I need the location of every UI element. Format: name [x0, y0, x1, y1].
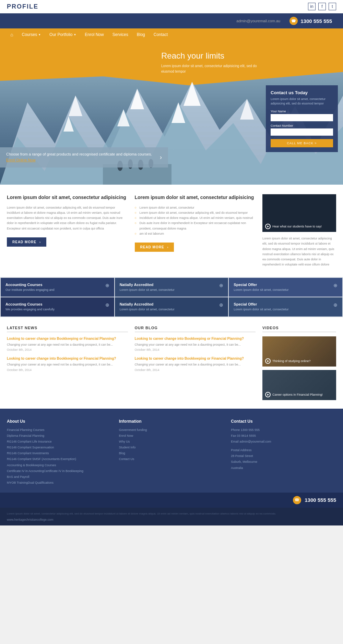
- nav-home[interactable]: ⌂: [7, 28, 16, 41]
- news-link-1[interactable]: Looking to career change into Bookkeepin…: [7, 336, 128, 341]
- footer-link[interactable]: Why Us: [119, 439, 224, 445]
- footer-copyright: Lorem ipsum dolor sit amet, consectetur …: [7, 512, 336, 516]
- footer-about: About Us Financial Planning Courses Dipl…: [7, 419, 112, 486]
- facebook-icon[interactable]: f: [318, 3, 326, 10]
- blog-link-2[interactable]: Looking to career change into Bookkeepin…: [135, 356, 256, 361]
- footer-contact-title: Contact Us: [231, 419, 336, 424]
- footer-link[interactable]: BAS and Payroll: [7, 474, 112, 480]
- footer-phone-number: 1300 555 555: [305, 497, 336, 503]
- hero-title: Reach your limits: [161, 51, 257, 61]
- search-icon: ⊕: [219, 283, 223, 288]
- blog-desc-1: Changing your career at any age need not…: [135, 343, 256, 347]
- play-button[interactable]: ▶: [265, 224, 271, 229]
- footer-phone: Phone 1300 555 555: [231, 427, 336, 433]
- feature-desc: Lorem ipsum dolor sit amet, consectetur: [234, 288, 288, 292]
- blog-desc-2: Changing your career at any age need not…: [135, 362, 256, 367]
- email-address: admin@youremail.com.au: [7, 19, 285, 23]
- blog-link-1[interactable]: Looking to career change into Bookkeepin…: [135, 336, 256, 341]
- footer-link[interactable]: RG146 Compliant Investments: [7, 450, 112, 456]
- footer-street: 28 Postal Street: [231, 453, 336, 459]
- blog-heading: OUR BLOG: [135, 326, 256, 332]
- footer-information: Information Government funding Enrol Now…: [119, 419, 224, 486]
- feature-item[interactable]: Natially Accredited Lorem ipsum dolor si…: [115, 297, 228, 317]
- news-item-1: Looking to career change into Bookkeepin…: [7, 336, 128, 352]
- search-icon: ⊕: [333, 302, 338, 308]
- social-icons: in f t: [308, 3, 336, 10]
- content-col3-body: Lorem ipsum dolor sit amet, consectetur …: [262, 236, 336, 268]
- news-desc-2: Changing your career at any age need not…: [7, 362, 128, 367]
- footer-fax: Fax 03 9614 5555: [231, 433, 336, 439]
- nav-courses[interactable]: Courses ▼: [18, 29, 44, 40]
- play-icon-1[interactable]: ▶: [265, 358, 271, 364]
- number-input[interactable]: [271, 128, 333, 136]
- latest-news-col: LATEST NEWS Looking to career change int…: [7, 326, 128, 400]
- site-logo: PROFILE: [7, 3, 38, 10]
- footer-link[interactable]: Accounting & Bookkeeping Courses: [7, 462, 112, 468]
- footer-link[interactable]: Enrol Now: [119, 433, 224, 439]
- phone-bar: ☎ 1300 555 555: [285, 15, 336, 26]
- list-item: ○Lorem ipsum dolor sit amet, consectetur: [135, 205, 256, 210]
- blog-item-2: Looking to career change into Bookkeepin…: [135, 356, 256, 372]
- contact-bar: admin@youremail.com.au ☎ 1300 555 555: [0, 13, 343, 28]
- footer-link[interactable]: Student Info: [119, 445, 224, 450]
- footer-about-links: Financial Planning Courses Diploma Finan…: [7, 427, 112, 486]
- videos-heading: VIDEOS: [262, 326, 336, 332]
- news-heading: LATEST NEWS: [7, 326, 128, 332]
- list-item: ○Lorem ipsum dolor sit amet, consectetur…: [135, 210, 256, 215]
- footer-link[interactable]: MYOB TrainingDual Qualifications: [7, 480, 112, 486]
- name-input[interactable]: [271, 114, 333, 121]
- feature-desc: Our Institute provides engaging and: [5, 288, 55, 292]
- feature-item[interactable]: Special Offer Lorem ipsum dolor sit amet…: [229, 278, 342, 297]
- feature-item[interactable]: Accounting Courses We provides engaging …: [1, 297, 114, 317]
- footer-info-links: Government funding Enrol Now Why Us Stud…: [119, 427, 224, 462]
- footer-url: www.heritagechristiancollege.com: [7, 518, 336, 521]
- feature-item[interactable]: Accounting Courses Our Institute provide…: [1, 278, 114, 297]
- footer-link[interactable]: RG146 Compliant Life Insurance: [7, 439, 112, 445]
- nav-enrol[interactable]: Enrol Now: [81, 29, 107, 40]
- search-icon: ⊕: [333, 283, 338, 288]
- banner-arrow[interactable]: ›: [160, 154, 162, 161]
- news-date-1: October 8th, 2014: [7, 348, 128, 351]
- feature-item[interactable]: Natially Accredited Lorem ipsum dolor si…: [115, 278, 228, 297]
- feature-desc: We provides engaging and carefully: [5, 307, 55, 312]
- banner-text: Choose from a range of great products an…: [6, 151, 156, 163]
- footer-link[interactable]: Blog: [119, 450, 224, 456]
- footer-email: Email admin@youremail.com: [231, 439, 336, 445]
- feature-title: Accounting Courses: [5, 283, 55, 287]
- video-label-2: ▶ Career options in Financial Planning!: [265, 392, 323, 397]
- twitter-icon[interactable]: t: [329, 3, 336, 10]
- footer-phone-icon: ☎: [293, 496, 301, 504]
- video-thumb-1[interactable]: ▶ Thinking of studying online?: [262, 336, 336, 367]
- nav-portfolio[interactable]: Our Portfolio ▼: [46, 29, 80, 40]
- video-thumb-2[interactable]: ▶ Career options in Financial Planning!: [262, 370, 336, 400]
- news-date-2: October 8th, 2014: [7, 368, 128, 372]
- enrol-link[interactable]: Enrol Online Now: [6, 158, 36, 162]
- footer-link[interactable]: RG146 Compliant Superannuation: [7, 445, 112, 450]
- video-label: ▶ Hear what our students have to say!: [265, 224, 322, 229]
- play-icon-2[interactable]: ▶: [265, 392, 271, 397]
- video-thumbnail[interactable]: ▶ Hear what our students have to say!: [262, 194, 336, 232]
- read-more-button-2[interactable]: READ MORE ›: [135, 243, 174, 252]
- video-label-1: ▶ Thinking of studying online?: [265, 358, 311, 364]
- news-link-2[interactable]: Looking to career change into Bookkeepin…: [7, 356, 128, 361]
- main-nav: ⌂ Courses ▼ Our Portfolio ▼ Enrol Now Se…: [0, 28, 343, 41]
- contact-form-card: Contact us Today Lorem ipsum dolor sit a…: [266, 85, 338, 152]
- top-bar: PROFILE in f t: [0, 0, 343, 13]
- footer-link[interactable]: Government funding: [119, 427, 224, 433]
- nav-services[interactable]: Services: [109, 29, 132, 40]
- footer-link[interactable]: Contact Us: [119, 456, 224, 462]
- nav-contact[interactable]: Contact: [150, 29, 171, 40]
- footer-link[interactable]: Certificate IV in AccountingCertificate …: [7, 468, 112, 474]
- call-me-back-button[interactable]: CALL ME BACK >: [271, 139, 333, 147]
- nav-blog[interactable]: Blog: [133, 29, 149, 40]
- footer-suburb: Suburb, Melbourne: [231, 459, 336, 465]
- read-more-button-1[interactable]: READ MORE ›: [7, 237, 46, 247]
- content-section: Lorem ipsum dolor sit amet, consectetur …: [0, 185, 343, 277]
- footer-link[interactable]: Diploma Financial Planning: [7, 433, 112, 439]
- linkedin-icon[interactable]: in: [308, 3, 316, 10]
- news-desc-1: Changing your career at any age need not…: [7, 343, 128, 347]
- feature-item[interactable]: Special Offer Lorem ipsum dolor sit amet…: [229, 297, 342, 317]
- footer-link[interactable]: RG146 Compliant SMSF (Accountants Exempt…: [7, 456, 112, 462]
- feature-desc: Lorem ipsum dolor sit amet, consectetur: [234, 307, 288, 312]
- footer-link[interactable]: Financial Planning Courses: [7, 427, 112, 433]
